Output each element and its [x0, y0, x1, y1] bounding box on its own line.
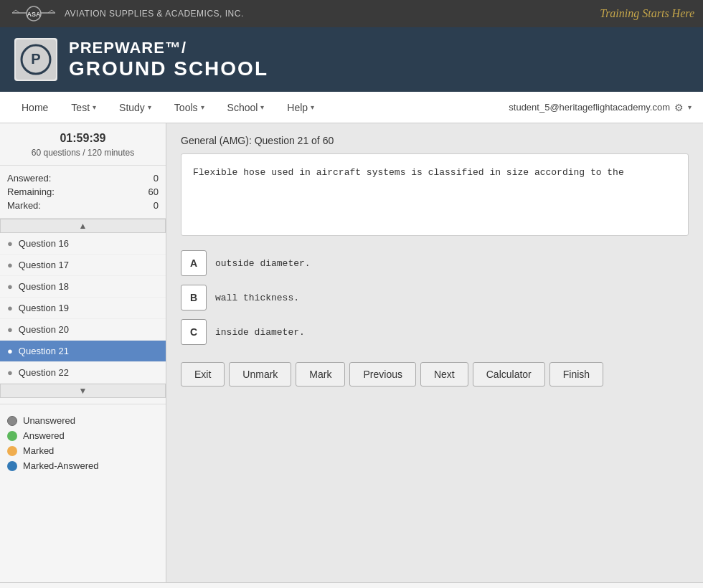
answer-choices: A outside diameter. B wall thickness. C …	[181, 250, 689, 345]
marked-stat: Marked: 0	[7, 199, 159, 212]
question-status-icon: ●	[7, 367, 13, 378]
sidebar: 01:59:39 60 questions / 120 minutes Answ…	[0, 123, 166, 582]
answer-letter-b: B	[181, 285, 207, 310]
scroll-up-arrow[interactable]: ▲	[0, 219, 166, 233]
answer-letter-a: A	[181, 250, 207, 276]
user-email: student_5@heritageflightacademy.com	[509, 102, 670, 113]
company-name: AVIATION SUPPLIES & ACADEMICS, INC.	[65, 9, 244, 19]
nav-bar: Home Test ▾ Study ▾ Tools ▾ School ▾ Hel…	[0, 92, 703, 123]
action-buttons: Exit Unmark Mark Previous Next Calculato…	[181, 362, 689, 387]
legend-unanswered: Unanswered	[7, 413, 159, 428]
svg-text:P: P	[31, 51, 40, 67]
question-label: Question 17	[19, 260, 69, 270]
nav-tools[interactable]: Tools ▾	[164, 96, 214, 119]
tagline: Training Starts Here	[600, 7, 694, 20]
main-layout: 01:59:39 60 questions / 120 minutes Answ…	[0, 123, 703, 582]
answered-label: Answered	[23, 430, 65, 441]
question-list: ●Question 16●Question 17●Question 18●Que…	[0, 233, 166, 384]
legend-answered: Answered	[7, 428, 159, 443]
question-status-icon: ●	[7, 303, 13, 313]
question-status-icon: ●	[7, 346, 13, 356]
question-list-item-20[interactable]: ●Question 20	[0, 319, 166, 341]
gear-icon[interactable]: ⚙	[674, 102, 684, 113]
nav-school[interactable]: School ▾	[217, 96, 275, 119]
answer-text-c: inside diameter.	[215, 327, 305, 338]
exit-button[interactable]: Exit	[181, 362, 225, 387]
brand-text: PREPWARE™/ GROUND SCHOOL	[69, 39, 268, 80]
question-label: Question 21	[19, 346, 69, 356]
marked-answered-label: Marked-Answered	[23, 460, 99, 471]
answered-stat: Answered: 0	[7, 171, 159, 185]
countdown-timer: 01:59:39	[7, 132, 159, 145]
question-status-icon: ●	[7, 281, 13, 292]
legend-marked-answered: Marked-Answered	[7, 458, 159, 473]
marked-label: Marked	[23, 445, 54, 456]
nav-user: student_5@heritageflightacademy.com ⚙ ▾	[509, 102, 692, 113]
question-list-item-19[interactable]: ●Question 19	[0, 298, 166, 319]
question-list-item-22[interactable]: ●Question 22	[0, 362, 166, 384]
scroll-down-arrow[interactable]: ▼	[0, 384, 166, 398]
unmark-button[interactable]: Unmark	[229, 362, 291, 387]
brand-header: P PREPWARE™/ GROUND SCHOOL	[0, 27, 703, 92]
user-dropdown-arrow[interactable]: ▾	[688, 103, 692, 111]
school-dropdown-arrow: ▾	[260, 103, 264, 111]
question-list-item-21[interactable]: ●Question 21	[0, 341, 166, 362]
brand-bottom-line: GROUND SCHOOL	[69, 57, 268, 80]
question-label: Question 18	[19, 281, 69, 292]
question-label: Question 22	[19, 367, 69, 378]
svg-text:ASA: ASA	[27, 11, 41, 18]
top-bar: ASA AVIATION SUPPLIES & ACADEMICS, INC. …	[0, 0, 703, 27]
question-status-icon: ●	[7, 260, 13, 270]
question-list-item-16[interactable]: ●Question 16	[0, 233, 166, 255]
top-bar-left: ASA AVIATION SUPPLIES & ACADEMICS, INC.	[9, 3, 244, 24]
unanswered-label: Unanswered	[23, 415, 75, 426]
exam-info: 60 questions / 120 minutes	[7, 148, 159, 158]
brand-icon: P	[14, 38, 57, 81]
answer-choice-a[interactable]: A outside diameter.	[181, 250, 689, 276]
prepware-icon: P	[16, 39, 56, 80]
question-list-item-18[interactable]: ●Question 18	[0, 276, 166, 298]
legend: Unanswered Answered Marked Marked-Answer…	[0, 404, 166, 482]
question-label: Question 20	[19, 324, 69, 335]
calculator-button[interactable]: Calculator	[473, 362, 545, 387]
footer: © 2022 Aviation Supplies & Academics, In…	[0, 582, 703, 588]
nav-test[interactable]: Test ▾	[61, 96, 106, 119]
question-list-item-17[interactable]: ●Question 17	[0, 255, 166, 276]
brand-top-line: PREPWARE™/	[69, 39, 268, 57]
main-content: General (AMG): Question 21 of 60 Flexibl…	[166, 123, 703, 582]
question-label: Question 16	[19, 238, 69, 249]
question-text: Flexible hose used in aircraft systems i…	[181, 153, 689, 236]
answer-text-a: outside diameter.	[215, 258, 311, 269]
answer-choice-b[interactable]: B wall thickness.	[181, 285, 689, 310]
marked-answered-dot	[7, 461, 17, 471]
next-button[interactable]: Next	[420, 362, 468, 387]
answered-dot	[7, 431, 17, 441]
answer-text-b: wall thickness.	[215, 293, 299, 303]
nav-study[interactable]: Study ▾	[109, 96, 161, 119]
nav-home[interactable]: Home	[11, 96, 58, 119]
question-status-icon: ●	[7, 324, 13, 335]
answer-choice-c[interactable]: C inside diameter.	[181, 319, 689, 345]
answer-letter-c: C	[181, 319, 207, 345]
previous-button[interactable]: Previous	[349, 362, 415, 387]
question-header: General (AMG): Question 21 of 60	[181, 135, 689, 146]
nav-help[interactable]: Help ▾	[277, 96, 324, 119]
remaining-stat: Remaining: 60	[7, 185, 159, 199]
stats-panel: Answered: 0 Remaining: 60 Marked: 0	[0, 166, 166, 219]
timer-section: 01:59:39 60 questions / 120 minutes	[0, 123, 166, 166]
test-dropdown-arrow: ▾	[93, 103, 96, 111]
marked-dot	[7, 446, 17, 456]
tools-dropdown-arrow: ▾	[201, 103, 204, 111]
top-bar-logo: ASA	[9, 3, 59, 24]
question-status-icon: ●	[7, 238, 13, 249]
unanswered-dot	[7, 416, 17, 426]
legend-marked: Marked	[7, 443, 159, 458]
finish-button[interactable]: Finish	[549, 362, 603, 387]
mark-button[interactable]: Mark	[296, 362, 345, 387]
help-dropdown-arrow: ▾	[311, 103, 314, 111]
study-dropdown-arrow: ▾	[148, 103, 151, 111]
asa-logo-icon: ASA	[9, 3, 59, 24]
question-label: Question 19	[19, 303, 69, 313]
